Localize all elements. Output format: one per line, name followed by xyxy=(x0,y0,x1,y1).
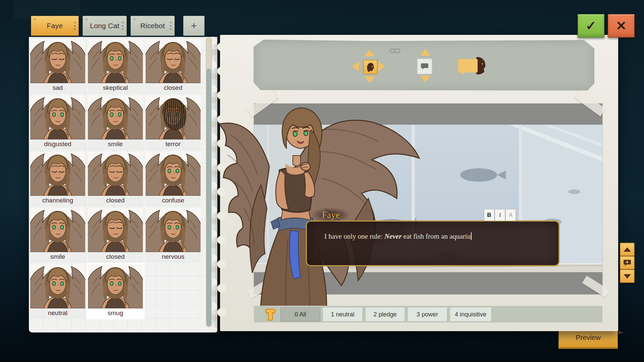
drag-handle-icon[interactable] xyxy=(74,22,75,30)
expression-thumbnail xyxy=(30,39,85,83)
expression-option-closed[interactable]: closed xyxy=(146,39,201,93)
outfit-tab-pledge[interactable]: 2 pledge xyxy=(365,307,405,321)
dialogue-box[interactable]: I have only one rule: Never eat fish fro… xyxy=(306,221,559,266)
expression-thumbnail xyxy=(88,264,143,308)
tab-character-faye[interactable]: × Faye xyxy=(31,16,79,36)
expression-label: closed xyxy=(88,196,143,205)
expression-option-closed-3[interactable]: closed xyxy=(88,208,143,261)
move-dialogue-up-button[interactable] xyxy=(420,49,430,56)
expression-thumbnail xyxy=(88,39,143,83)
speaker-name-label: Faye xyxy=(312,208,350,222)
visual-novel-editor-window: × Faye × Long Cat × Ricebot + ✓ ✕ sad sk… xyxy=(0,0,644,362)
expression-option-smug-selected[interactable]: smug xyxy=(88,264,143,318)
character-sprite-faye[interactable] xyxy=(211,98,425,315)
expression-option-skeptical[interactable]: skeptical xyxy=(88,39,143,93)
head-icon xyxy=(366,62,375,72)
tab-character-ricebot[interactable]: × Ricebot xyxy=(130,16,175,36)
font-button[interactable]: A xyxy=(505,209,516,221)
expression-option-smile-2[interactable]: smile xyxy=(30,208,85,261)
check-icon: ✓ xyxy=(586,18,596,33)
triangle-down-icon xyxy=(624,274,631,279)
expression-label: channeling xyxy=(30,196,85,205)
expression-label: nervous xyxy=(146,252,201,261)
outfit-tab-inquisitive[interactable]: 4 inquisitive xyxy=(450,307,491,321)
move-dialogue-down-button[interactable] xyxy=(420,76,430,82)
expression-label: smug xyxy=(88,308,143,318)
outfit-filter-strip: 0 All 1 neutral 2 pledge 3 power 4 inqui… xyxy=(254,306,602,322)
text-caret xyxy=(471,232,472,240)
bubble-plus-icon xyxy=(623,259,631,266)
expression-thumbnail xyxy=(88,96,143,139)
drag-handle-icon[interactable] xyxy=(170,22,171,30)
move-character-left-button[interactable] xyxy=(352,61,359,71)
tab-label: Ricebot xyxy=(140,22,165,30)
expression-option-terror[interactable]: terror xyxy=(146,96,201,149)
x-icon: ✕ xyxy=(616,18,627,33)
dialogue-text-input[interactable]: I have only one rule: Never eat fish fro… xyxy=(324,232,548,241)
expression-option-disgusted[interactable]: disgusted xyxy=(30,96,85,149)
text-format-toolbar: B I A xyxy=(484,209,516,221)
character-position-control[interactable] xyxy=(363,60,378,74)
expression-thumbnail xyxy=(146,96,201,139)
expression-label: neutral xyxy=(30,308,85,318)
expression-thumbnail xyxy=(146,39,201,83)
scene-toolbar xyxy=(254,40,594,90)
expression-label: skeptical xyxy=(88,83,143,93)
expression-thumbnail xyxy=(88,208,143,252)
expression-label: sad xyxy=(30,83,85,93)
expression-thumbnail xyxy=(30,208,85,252)
expression-label: closed xyxy=(88,252,143,261)
tshirt-icon[interactable] xyxy=(263,308,278,321)
expression-label: smile xyxy=(88,139,143,149)
tab-character-long-cat[interactable]: × Long Cat xyxy=(83,16,127,36)
confirm-button[interactable]: ✓ xyxy=(578,14,604,38)
expression-option-confuse[interactable]: confuse xyxy=(146,152,201,205)
expression-label: disgusted xyxy=(30,139,85,149)
expression-thumbnail xyxy=(30,152,85,196)
tab-label: Faye xyxy=(47,22,63,30)
expression-option-nervous[interactable]: nervous xyxy=(146,208,201,261)
outfit-tab-power[interactable]: 3 power xyxy=(408,307,447,321)
bubble-head-mode-icon[interactable] xyxy=(458,56,486,76)
italic-button[interactable]: I xyxy=(495,209,505,221)
expression-thumbnail xyxy=(146,152,201,196)
outfit-tab-neutral[interactable]: 1 neutral xyxy=(323,307,363,321)
expression-label: smile xyxy=(30,252,85,261)
add-dialogue-button[interactable] xyxy=(620,256,635,269)
bold-button[interactable]: B xyxy=(484,209,494,221)
expression-grid: sad skeptical closed disgusted smile ter… xyxy=(30,39,205,318)
expression-option-sad[interactable]: sad xyxy=(30,39,85,93)
next-dialogue-button[interactable] xyxy=(620,269,635,283)
tab-label: Long Cat xyxy=(90,22,119,30)
expression-label: terror xyxy=(146,139,201,149)
emphasized-text: Never xyxy=(384,232,401,240)
close-button[interactable]: ✕ xyxy=(608,14,635,38)
speech-bubble-icon xyxy=(421,63,429,70)
chain-link-icon[interactable] xyxy=(389,47,401,55)
expression-thumbnail xyxy=(30,96,85,139)
previous-dialogue-button[interactable] xyxy=(620,243,635,256)
expression-option-neutral[interactable]: neutral xyxy=(30,264,85,318)
close-tab-icon[interactable]: × xyxy=(133,17,136,21)
expression-option-closed-2[interactable]: closed xyxy=(88,152,143,205)
expression-label: confuse xyxy=(146,196,201,205)
expression-option-channeling[interactable]: channeling xyxy=(30,152,85,205)
expression-option-smile[interactable]: smile xyxy=(88,96,143,149)
drag-handle-icon[interactable] xyxy=(122,22,123,30)
expression-thumbnail xyxy=(30,264,85,308)
dialogue-position-control[interactable] xyxy=(417,58,432,74)
close-tab-icon[interactable]: × xyxy=(34,17,36,21)
expression-thumbnail xyxy=(88,152,143,196)
close-tab-icon[interactable]: × xyxy=(85,17,88,21)
move-character-up-button[interactable] xyxy=(365,50,375,56)
expression-thumbnail xyxy=(146,208,201,252)
outfit-tab-all[interactable]: 0 All xyxy=(280,307,320,321)
move-character-right-button[interactable] xyxy=(378,61,385,71)
expression-label: closed xyxy=(146,83,201,93)
triangle-up-icon xyxy=(624,247,631,252)
move-character-down-button[interactable] xyxy=(365,76,375,83)
add-character-tab-button[interactable]: + xyxy=(183,16,205,36)
